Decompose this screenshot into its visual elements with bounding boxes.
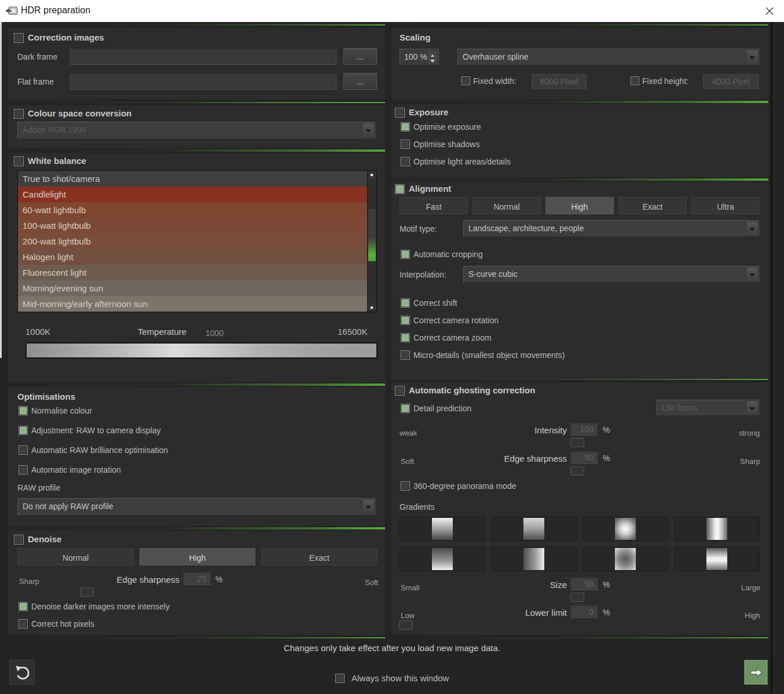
slider-right-label: High [745, 611, 760, 620]
fixed-height-checkbox[interactable] [631, 76, 639, 85]
denoise-checkbox[interactable] [14, 535, 24, 545]
correct-rotation-checkbox[interactable] [401, 316, 410, 325]
white-balance-list: True to shot/camera Candlelight 60-watt … [17, 170, 377, 312]
scale-percent-spinner[interactable]: 100 % [400, 49, 439, 65]
slider-right-label: Sharp [740, 457, 760, 466]
alignment-checkbox[interactable] [395, 184, 405, 194]
gradient-tile-3[interactable] [582, 517, 668, 541]
intensity-value[interactable]: 100 [570, 423, 598, 436]
interpolation-label: Interpolation: [400, 270, 446, 279]
confirm-button[interactable] [744, 660, 768, 685]
panorama-mode-checkbox[interactable] [401, 481, 410, 491]
gradient-tile-8[interactable] [674, 547, 760, 571]
automatic-cropping-checkbox[interactable] [401, 250, 410, 259]
scaling-method-dropdown[interactable]: Overhauser spline [457, 49, 760, 65]
edge-sharpness-slider-handle[interactable] [80, 587, 94, 597]
adjustment-raw-checkbox[interactable] [19, 426, 28, 435]
gradient-tile-6[interactable] [491, 547, 577, 571]
always-show-checkbox[interactable] [335, 674, 345, 683]
dropdown-arrow-icon [747, 268, 758, 281]
optimise-exposure-checkbox[interactable] [401, 122, 410, 132]
list-item[interactable]: 200-watt lightbulb [18, 233, 376, 249]
denoise-mode-exact[interactable]: Exact [261, 548, 378, 565]
checkbox-label: Normalise colour [31, 406, 92, 415]
exposure-checkbox[interactable] [395, 108, 405, 118]
optimise-light-areas-checkbox[interactable] [401, 157, 410, 166]
list-item[interactable]: Mid-morning/early afternoon sun [18, 296, 376, 312]
colour-space-checkbox[interactable] [14, 109, 24, 119]
gradients-label: Gradients [400, 502, 435, 512]
checkbox-label: Correct camera rotation [413, 316, 499, 325]
detail-prediction-checkbox[interactable] [401, 404, 410, 413]
hot-pixels-checkbox[interactable] [19, 619, 28, 629]
dropdown-arrow-icon [747, 50, 758, 64]
correction-images-checkbox[interactable] [14, 33, 24, 43]
micro-details-checkbox[interactable] [401, 350, 410, 360]
normalise-colour-checkbox[interactable] [19, 406, 28, 415]
lower-limit-value[interactable]: 0 [570, 605, 598, 618]
slider-right-label: strong [739, 429, 760, 437]
list-item[interactable]: 100-watt lightbulb [18, 218, 376, 233]
alignment-mode-exact[interactable]: Exact [618, 197, 687, 214]
flat-frame-input[interactable] [70, 73, 336, 90]
slider-label: Edge sharpness [391, 454, 567, 463]
colour-space-dropdown[interactable]: Adobe RGB 1998 [17, 122, 376, 139]
dark-frame-input[interactable] [70, 48, 336, 65]
list-item[interactable]: Fluorescent light [18, 265, 376, 280]
section-title: Optimisations [17, 392, 75, 401]
alignment-mode-normal[interactable]: Normal [472, 197, 541, 214]
scroll-up-icon[interactable] [368, 171, 376, 179]
intensity-slider-handle[interactable] [570, 438, 584, 447]
correct-shift-checkbox[interactable] [401, 298, 410, 308]
gradient-tile-5[interactable] [400, 547, 485, 571]
gradient-tile-4[interactable] [674, 517, 760, 541]
close-icon[interactable] [762, 4, 777, 18]
spinner-down-icon[interactable] [428, 57, 437, 64]
checkbox-label: Automatic cropping [413, 250, 483, 259]
raw-profile-dropdown[interactable]: Do not apply RAW profile [17, 498, 376, 516]
denoise-mode-normal[interactable]: Normal [17, 548, 134, 565]
interpolation-dropdown[interactable]: S-curve cubic [463, 266, 760, 283]
optimise-shadows-checkbox[interactable] [401, 140, 410, 149]
fixed-height-input[interactable]: 4000 Pixel [703, 74, 759, 89]
fixed-width-input[interactable]: 6000 Pixel [532, 74, 587, 89]
ghosting-checkbox[interactable] [395, 386, 405, 396]
list-item[interactable]: Halogen light [18, 249, 376, 265]
scroll-down-icon[interactable] [368, 304, 376, 312]
lower-limit-slider-handle[interactable] [399, 620, 413, 630]
fixed-width-checkbox[interactable] [461, 76, 470, 85]
edge-sharpness-value[interactable]: 25 [183, 572, 211, 585]
alignment-mode-fast[interactable]: Fast [400, 197, 468, 214]
flat-frame-label: Flat frame [17, 77, 54, 86]
list-item[interactable]: True to shot/camera [18, 171, 376, 187]
size-value[interactable]: 50 [570, 578, 598, 590]
denoise-darker-checkbox[interactable] [19, 602, 28, 611]
alignment-mode-high[interactable]: High [545, 197, 614, 214]
dark-frame-browse-button[interactable]: ... [343, 48, 377, 65]
gradient-tile-1[interactable] [400, 517, 485, 541]
alignment-mode-ultra[interactable]: Ultra [691, 197, 760, 214]
denoise-mode-high[interactable]: High [140, 548, 255, 565]
gradient-thumb [706, 518, 727, 540]
gradient-tile-7[interactable] [582, 547, 668, 571]
list-item[interactable]: Candlelight [18, 187, 376, 202]
motif-type-dropdown[interactable]: Landscape, architecture, people [463, 220, 760, 237]
raw-brilliance-checkbox[interactable] [19, 445, 28, 455]
list-item[interactable]: Morning/evening sun [18, 280, 376, 296]
edge-sharpness-value[interactable]: 50 [570, 451, 598, 464]
temperature-slider[interactable] [25, 342, 378, 359]
fixed-width-label: Fixed width: [473, 76, 516, 86]
section-title: Exposure [409, 107, 448, 117]
image-rotation-checkbox[interactable] [19, 465, 28, 474]
edge-sharpness-slider-handle[interactable] [570, 466, 584, 476]
gradient-thumb [706, 548, 727, 570]
scrollbar-thumb[interactable] [368, 209, 376, 261]
temp-max-label: 16500K [338, 327, 368, 337]
size-slider-handle[interactable] [570, 593, 584, 602]
correct-zoom-checkbox[interactable] [401, 333, 410, 342]
gradient-tile-2[interactable] [491, 517, 577, 541]
flat-frame-browse-button[interactable]: ... [343, 73, 377, 90]
detail-prediction-dropdown[interactable]: Life forms [657, 400, 760, 416]
white-balance-checkbox[interactable] [14, 156, 24, 166]
list-item[interactable]: 60-watt lightbulb [18, 202, 376, 218]
